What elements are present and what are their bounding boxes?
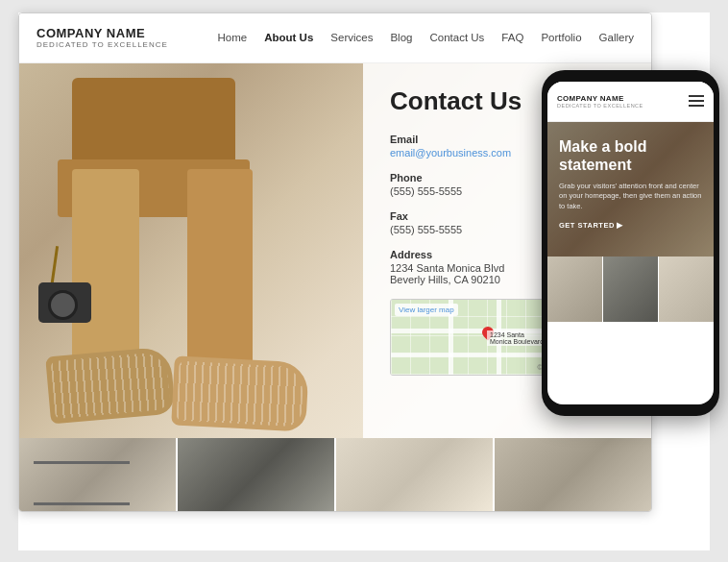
nav-logo: COMPANY NAME DEDICATED TO EXCELLENCE	[36, 26, 168, 49]
mobile-logo: COMPANY NAME DEDICATED TO EXCELLENCE	[557, 94, 643, 109]
thumbnails-row	[19, 438, 651, 512]
mobile-cta-button[interactable]: GET STARTED	[559, 221, 702, 230]
mobile-logo-tagline: DEDICATED TO EXCELLENCE	[557, 103, 643, 109]
map-view-larger[interactable]: View larger map	[395, 304, 458, 316]
thumbnail-1	[19, 438, 178, 512]
nav-about-us[interactable]: About Us	[264, 32, 313, 43]
map-label-santa-monica: 1234 SantaMonica Boulevard	[487, 330, 546, 346]
hamburger-line-2	[689, 100, 704, 102]
mobile-thumb-row	[547, 257, 714, 322]
mobile-hamburger-menu[interactable]	[689, 95, 704, 107]
nav-faq[interactable]: FAQ	[501, 32, 523, 43]
camera	[38, 282, 91, 323]
nav-bar: COMPANY NAME DEDICATED TO EXCELLENCE Hom…	[19, 13, 651, 63]
nav-links: Home About Us Services Blog Contact Us F…	[218, 32, 634, 43]
nav-blog[interactable]: Blog	[390, 32, 412, 43]
person-silhouette	[19, 63, 375, 438]
shoe-left	[45, 346, 176, 424]
nav-logo-tagline: DEDICATED TO EXCELLENCE	[36, 40, 168, 49]
mobile-thumbnail-2	[603, 257, 659, 322]
mobile-hero: Make a bold statement Grab your visitors…	[547, 122, 714, 257]
hamburger-line-1	[689, 95, 704, 97]
mobile-mockup: COMPANY NAME DEDICATED TO EXCELLENCE Mak…	[542, 70, 719, 416]
nav-contact-us[interactable]: Contact Us	[429, 32, 484, 43]
nav-logo-name: COMPANY NAME	[36, 26, 168, 40]
nav-home[interactable]: Home	[218, 32, 248, 43]
mobile-hero-subtitle: Grab your visitors' attention front and …	[559, 182, 702, 212]
leg-right	[187, 169, 253, 366]
nav-portfolio[interactable]: Portfolio	[541, 32, 581, 43]
mobile-hero-overlay: Make a bold statement Grab your visitors…	[547, 122, 714, 257]
shoe-right	[171, 355, 309, 431]
mobile-thumbnail-3	[659, 257, 714, 322]
thumbnail-3	[336, 438, 495, 512]
hamburger-line-3	[689, 105, 704, 107]
nav-gallery[interactable]: Gallery	[599, 32, 634, 43]
mobile-logo-name: COMPANY NAME	[557, 94, 643, 103]
mobile-nav: COMPANY NAME DEDICATED TO EXCELLENCE	[547, 82, 714, 122]
mobile-screen: COMPANY NAME DEDICATED TO EXCELLENCE Mak…	[547, 82, 714, 404]
leg-left	[72, 169, 139, 361]
nav-services[interactable]: Services	[330, 32, 373, 43]
mobile-thumbnail-1	[547, 257, 603, 322]
outer-wrapper: COMPANY NAME DEDICATED TO EXCELLENCE Hom…	[18, 12, 710, 550]
mobile-hero-title: Make a bold statement	[559, 137, 702, 174]
thumbnail-4	[495, 438, 651, 512]
thumbnail-2	[178, 438, 336, 512]
torso	[72, 78, 235, 164]
